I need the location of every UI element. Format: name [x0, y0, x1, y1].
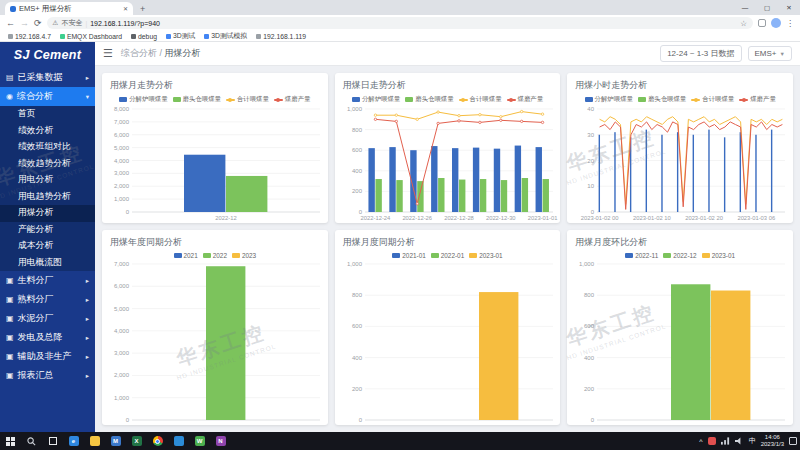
legend-item[interactable]: 煤磨产量 — [274, 95, 311, 104]
browser-tab[interactable]: EMS+ 用煤分析 ✕ — [5, 2, 133, 15]
chart-plot[interactable]: 02004006008001,000 — [335, 259, 561, 425]
sidebar-item-collected-data[interactable]: ▤ 已采集数据 ▸ — [0, 68, 95, 87]
chart-plot[interactable]: 01,0002,0003,0004,0005,0006,0007,0008,00… — [102, 104, 328, 223]
sidebar-subitem-6[interactable]: 用煤分析 — [0, 205, 95, 222]
security-label[interactable]: 不安全 — [61, 18, 82, 28]
tab-close-icon[interactable]: ✕ — [123, 5, 128, 12]
legend-item[interactable]: 磨头仓喂煤量 — [638, 95, 686, 104]
svg-text:800: 800 — [584, 292, 595, 298]
file-explorer-taskbar-button[interactable] — [84, 432, 105, 450]
sidebar-subitem-8[interactable]: 成本分析 — [0, 238, 95, 255]
sidebar-item-label: 综合分析 — [17, 90, 53, 103]
browser-menu-icon[interactable]: ⋮ — [786, 19, 794, 28]
legend-item[interactable]: 2023-01 — [702, 252, 735, 259]
bookmark-item-0[interactable]: 192.168.4.7 — [8, 33, 51, 40]
chart-plot[interactable]: 0102030402023-01-02 002023-01-02 102023-… — [567, 104, 793, 223]
search-button[interactable] — [21, 432, 42, 450]
back-icon[interactable]: ← — [6, 19, 15, 28]
refresh-icon[interactable]: ⟳ — [34, 19, 42, 28]
legend-item[interactable]: 分解炉喂煤量 — [119, 95, 167, 104]
legend-item[interactable]: 2023 — [232, 252, 256, 259]
search-icon — [27, 437, 36, 446]
legend-item[interactable]: 磨头仓喂煤量 — [173, 95, 221, 104]
svg-text:2022-12-26: 2022-12-26 — [402, 215, 432, 221]
sidebar-subitem-1[interactable]: 绩效分析 — [0, 123, 95, 140]
sidebar-group-1[interactable]: ▣熟料分厂▸ — [0, 290, 95, 309]
legend-item[interactable]: 磨头仓喂煤量 — [405, 95, 453, 104]
notepad-taskbar-button[interactable]: N — [210, 432, 231, 450]
chrome-taskbar-button[interactable] — [147, 432, 168, 450]
svg-text:400: 400 — [352, 355, 363, 361]
wechat-taskbar-button[interactable]: W — [189, 432, 210, 450]
new-tab-button[interactable]: + — [140, 4, 145, 14]
bookmark-item-5[interactable]: 192.168.1.119 — [256, 33, 306, 40]
bookmark-item-1[interactable]: EMQX Dashboard — [60, 33, 122, 40]
bookmark-favicon-icon — [8, 34, 13, 39]
hamburger-icon[interactable]: ☰ — [103, 47, 113, 60]
bookmark-item-2[interactable]: debug — [131, 33, 157, 40]
bookmark-item-3[interactable]: 3D测试 — [166, 31, 195, 41]
input-language-indicator[interactable]: 中 — [749, 436, 756, 446]
vscode-taskbar-button[interactable] — [168, 432, 189, 450]
start-button[interactable] — [0, 432, 21, 450]
legend-item[interactable]: 2022 — [203, 252, 227, 259]
profile-avatar[interactable] — [771, 18, 781, 28]
svg-text:2023-01-03 06: 2023-01-03 06 — [738, 215, 776, 221]
sidebar-subitem-4[interactable]: 用电分析 — [0, 172, 95, 189]
sidebar-item-comprehensive-analysis[interactable]: ◉ 综合分析 ▾ — [0, 87, 95, 106]
sidebar-groups: ▣生料分厂▸▣熟料分厂▸▣水泥分厂▸▣发电及总降▸▣辅助及非生产▸▣报表汇总▸ — [0, 271, 95, 385]
sidebar-group-2[interactable]: ▣水泥分厂▸ — [0, 309, 95, 328]
extensions-icon[interactable] — [758, 19, 766, 27]
sidebar-group-4[interactable]: ▣辅助及非生产▸ — [0, 347, 95, 366]
bookmark-star-icon[interactable]: ☆ — [740, 19, 747, 28]
legend-item[interactable]: 煤磨产量 — [739, 95, 776, 104]
legend-item[interactable]: 2022-01 — [431, 252, 464, 259]
network-icon[interactable] — [721, 437, 730, 445]
legend-item[interactable]: 2021 — [174, 252, 198, 259]
legend-item[interactable]: 分解炉喂煤量 — [352, 95, 400, 104]
chart-plot[interactable]: 02004006008001,000 — [567, 259, 793, 425]
legend-item[interactable]: 2021-01 — [392, 252, 425, 259]
taskbar-clock[interactable]: 14:062023/1/3 — [761, 434, 784, 448]
legend-item[interactable]: 合计喂煤量 — [691, 95, 734, 104]
forward-icon[interactable]: → — [20, 19, 29, 28]
mail-taskbar-button[interactable]: M — [105, 432, 126, 450]
sidebar-group-0[interactable]: ▣生料分厂▸ — [0, 271, 95, 290]
excel-icon: X — [132, 436, 142, 446]
legend-item[interactable]: 2022-11 — [625, 252, 658, 259]
chart-plot[interactable]: 02004006008001,0002022-12-242022-12-2620… — [335, 104, 561, 223]
legend-item[interactable]: 分解炉喂煤量 — [585, 95, 633, 104]
mode-select[interactable]: EMS+ ▼ — [748, 46, 792, 61]
bookmark-item-4[interactable]: 3D测试模拟 — [204, 31, 247, 41]
legend-item[interactable]: 合计喂煤量 — [226, 95, 269, 104]
legend-item[interactable]: 合计喂煤量 — [459, 95, 502, 104]
notification-center-icon[interactable] — [789, 437, 797, 445]
factory-icon: ▣ — [6, 371, 14, 380]
legend-item[interactable]: 2022-12 — [663, 252, 696, 259]
window-maximize-button[interactable]: ▢ — [756, 0, 778, 15]
excel-taskbar-button[interactable]: X — [126, 432, 147, 450]
chart-plot[interactable]: 01,0002,0003,0004,0005,0006,0007,000 — [102, 259, 328, 425]
sidebar-subitem-3[interactable]: 绩效趋势分析 — [0, 156, 95, 173]
sidebar-subitem-7[interactable]: 产能分析 — [0, 222, 95, 239]
volume-icon[interactable] — [735, 437, 744, 445]
edge-taskbar-button[interactable]: e — [63, 432, 84, 450]
sidebar-group-5[interactable]: ▣报表汇总▸ — [0, 366, 95, 385]
legend-item[interactable]: 2023-01 — [469, 252, 502, 259]
bar-swatch-icon — [585, 97, 593, 102]
legend-item[interactable]: 煤磨产量 — [507, 95, 544, 104]
sidebar-subitem-9[interactable]: 用电概流图 — [0, 255, 95, 272]
sidebar-group-3[interactable]: ▣发电及总降▸ — [0, 328, 95, 347]
svg-text:2023-01-02 10: 2023-01-02 10 — [633, 215, 671, 221]
sidebar-subitem-0[interactable]: 首页 — [0, 106, 95, 123]
tray-expand-icon[interactable]: ^ — [699, 438, 702, 445]
window-minimize-button[interactable]: — — [734, 0, 756, 15]
window-close-button[interactable]: ✕ — [778, 0, 800, 15]
task-view-button[interactable] — [42, 432, 63, 450]
svg-text:2022-12-28: 2022-12-28 — [444, 215, 474, 221]
date-range-picker[interactable]: 12-24 ~ 1-3 日数据 — [660, 45, 741, 62]
sidebar-subitem-2[interactable]: 绩效班组对比 — [0, 139, 95, 156]
address-bar[interactable]: ⚠ 不安全 | 192.168.1.119/?p=940 ☆ — [47, 17, 753, 29]
sidebar-subitem-5[interactable]: 用电趋势分析 — [0, 189, 95, 206]
tray-app-icon[interactable] — [708, 437, 716, 445]
